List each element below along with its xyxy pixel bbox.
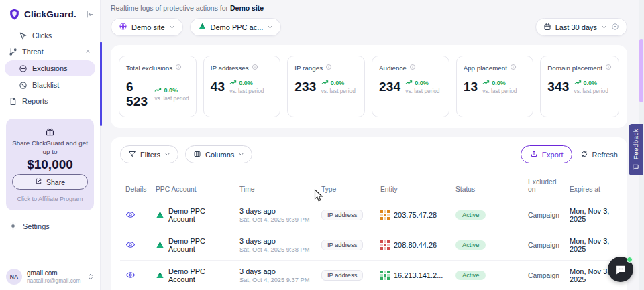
- funnel-icon: [128, 150, 136, 159]
- col-excluded-on[interactable]: Excluded on: [523, 173, 564, 200]
- time-absolute: Sat, Oct 4, 2025 9:38 PM: [239, 246, 311, 253]
- scrollbar-thumb[interactable]: [639, 39, 643, 102]
- account-filter-label: Demo PPC ac...: [211, 23, 264, 31]
- logo: ClickGuard.: [0, 0, 100, 27]
- stat-period: vs. last period: [321, 88, 356, 94]
- time-absolute: Sat, Oct 4, 2025 9:37 PM: [239, 277, 311, 283]
- time-relative: 3 days ago: [239, 207, 311, 215]
- export-icon: [530, 150, 538, 159]
- logs-table-panel: Filters Columns Export Refresh: [111, 137, 627, 290]
- user-menu[interactable]: NA gmail.com naatali.ro@gmail.com: [0, 263, 100, 290]
- page-subtitle: Realtime logs of protective actions for …: [111, 4, 627, 12]
- sidebar-item-threat[interactable]: Threat: [0, 44, 100, 60]
- columns-label: Columns: [205, 151, 234, 159]
- stat-value: 6 523: [126, 80, 150, 109]
- gift-icon: [45, 131, 55, 138]
- table-row: Demo PPC Account 3 days agoSat, Oct 4, 2…: [120, 200, 618, 230]
- stat-value: 234: [379, 80, 400, 94]
- date-range-filter[interactable]: Last 30 days: [535, 18, 627, 36]
- feedback-chat-icon: [632, 163, 639, 171]
- entity-value[interactable]: 16.213.141.2...: [394, 271, 443, 279]
- export-button[interactable]: Export: [521, 145, 573, 163]
- stat-label: IP ranges: [294, 64, 323, 72]
- table-toolbar: Filters Columns Export Refresh: [120, 145, 618, 163]
- time-absolute: Sat, Oct 4, 2025 9:39 PM: [239, 216, 311, 223]
- col-expires-at[interactable]: Expires at: [564, 173, 618, 200]
- trend-up-icon: [154, 87, 162, 94]
- entity-value[interactable]: 203.75.47.28: [394, 211, 437, 219]
- ppc-account-icon: [156, 271, 164, 281]
- account-filter[interactable]: Demo PPC ac...: [190, 18, 282, 36]
- account-name: Demo PPC Account: [168, 267, 229, 283]
- sidebar-item-settings[interactable]: Settings: [0, 217, 100, 235]
- sidebar-item-reports[interactable]: Reports: [0, 93, 100, 109]
- ban-icon: [19, 81, 28, 90]
- columns-button[interactable]: Columns: [185, 145, 252, 163]
- site-filter-label: Demo site: [131, 23, 165, 31]
- expires-at: Mon, Nov 3, 2025: [564, 200, 618, 230]
- collapse-sidebar-icon[interactable]: [85, 10, 94, 19]
- stat-card-ip-ranges: IP ranges 233 0.0%vs. last period: [287, 56, 365, 117]
- feedback-tab[interactable]: Feedback: [629, 124, 643, 175]
- chevron-down-icon: [267, 23, 273, 31]
- stat-period: vs. last period: [482, 88, 517, 94]
- clear-filter-icon[interactable]: [611, 23, 619, 32]
- refresh-icon: [580, 150, 588, 159]
- col-type[interactable]: Type: [316, 173, 375, 200]
- stat-delta: 0.0%: [415, 80, 429, 86]
- info-icon[interactable]: [252, 64, 258, 72]
- document-icon: [9, 97, 17, 106]
- share-button[interactable]: Share: [12, 174, 88, 190]
- expires-at: Mon, Nov 3, 2025: [564, 230, 618, 261]
- sidebar-item-exclusions[interactable]: Exclusions: [5, 60, 95, 76]
- columns-icon: [193, 150, 201, 159]
- time-relative: 3 days ago: [239, 267, 311, 275]
- globe-icon: [119, 22, 127, 32]
- stat-delta: 0.0%: [331, 80, 345, 86]
- stat-period: vs. last period: [229, 88, 264, 94]
- filters-button[interactable]: Filters: [120, 145, 178, 163]
- account-name: Demo PPC Account: [168, 237, 229, 253]
- affiliate-link[interactable]: Click to Affiliate Program: [12, 195, 88, 204]
- ppc-account-icon: [198, 22, 207, 32]
- col-details[interactable]: Details: [120, 173, 150, 200]
- col-entity[interactable]: Entity: [375, 173, 450, 200]
- info-icon[interactable]: [510, 64, 517, 72]
- status-badge: Active: [455, 210, 486, 220]
- entity-identicon: [380, 271, 390, 280]
- sidebar-item-clicks[interactable]: Clicks: [0, 27, 100, 44]
- view-details-button[interactable]: [125, 270, 136, 280]
- view-details-button[interactable]: [125, 210, 136, 220]
- stat-period: vs. last period: [154, 95, 189, 102]
- main-content: Realtime logs of protective actions for …: [101, 0, 644, 290]
- sidebar-item-blacklist[interactable]: Blacklist: [0, 77, 100, 93]
- col-ppc-account[interactable]: PPC Account: [150, 173, 234, 200]
- info-icon[interactable]: [325, 64, 332, 72]
- share-label: Share: [46, 178, 65, 186]
- chevron-down-icon: [164, 151, 170, 159]
- info-icon[interactable]: [605, 64, 612, 72]
- stat-value: 233: [294, 80, 316, 94]
- excluded-on: Campaign: [523, 200, 564, 230]
- view-details-button[interactable]: [125, 240, 136, 250]
- stat-period: vs. last period: [405, 88, 439, 94]
- sidebar-nav: Clicks Threat Exclusions: [0, 27, 100, 109]
- sidebar-item-label: Threat: [22, 47, 44, 56]
- col-status[interactable]: Status: [450, 173, 523, 200]
- info-icon[interactable]: [175, 64, 182, 72]
- site-filter[interactable]: Demo site: [111, 18, 183, 36]
- clickguard-app: ClickGuard. Clicks Threat: [0, 0, 644, 290]
- entity-value[interactable]: 208.80.44.26: [394, 241, 437, 249]
- stat-card-ip-addresses: IP addresses 43 0.0%vs. last period: [203, 56, 281, 117]
- col-time[interactable]: Time: [234, 173, 316, 200]
- refresh-button[interactable]: Refresh: [580, 150, 618, 159]
- chat-launcher-button[interactable]: [608, 257, 633, 282]
- chat-bubble-icon: [615, 264, 627, 275]
- stat-card-audience: Audience 234 0.0%vs. last period: [372, 56, 449, 117]
- stat-label: Total exclusions: [126, 64, 172, 72]
- info-icon[interactable]: [409, 64, 416, 72]
- chevron-down-icon: [238, 151, 244, 159]
- online-status-dot: [627, 257, 633, 263]
- trend-up-icon: [229, 80, 237, 86]
- type-badge: IP address: [321, 240, 363, 250]
